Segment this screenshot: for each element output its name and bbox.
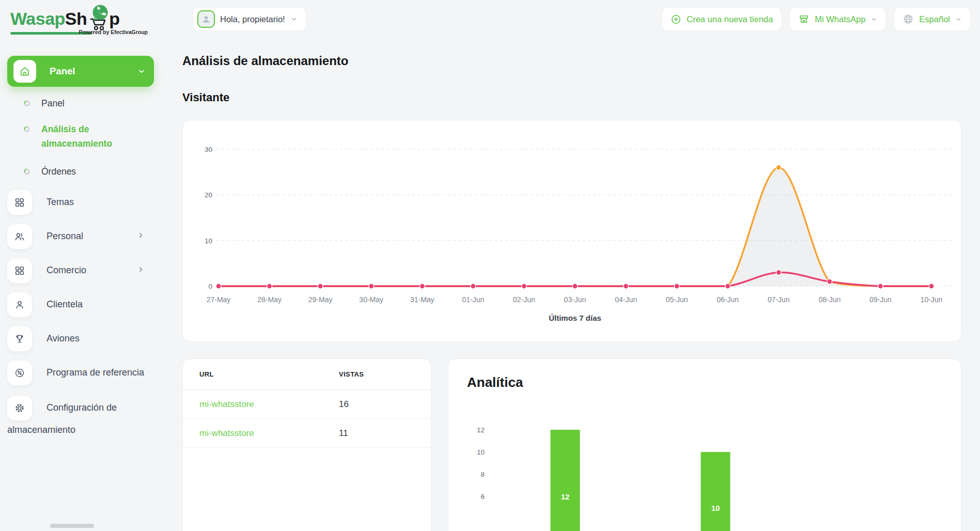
sidebar-item-label: Órdenes xyxy=(41,164,76,179)
data-point xyxy=(572,284,578,289)
data-point xyxy=(878,284,883,289)
gear-icon xyxy=(7,396,32,420)
data-point xyxy=(216,284,221,289)
bar xyxy=(551,430,580,531)
sidebar-item-aviones[interactable]: Aviones xyxy=(7,326,154,351)
x-tick-label: 03-Jun xyxy=(564,295,586,304)
sidebar-item-label: Panel xyxy=(50,66,137,77)
sidebar-item-clientela[interactable]: Clientela xyxy=(7,292,154,317)
analytics-chart-title: Analítica xyxy=(467,374,523,391)
sidebar-item-comercio[interactable]: Comercio xyxy=(7,258,154,283)
sidebar-item-label: Temas xyxy=(46,197,74,207)
analytics-bar-chart: 1210861210 xyxy=(459,409,952,531)
data-point xyxy=(624,284,629,289)
table-header-row: URL VISTAS xyxy=(183,359,431,390)
sidebar-item-analisis-almacenamiento[interactable]: Análisis de almacenamiento xyxy=(7,122,154,151)
data-point xyxy=(776,270,781,275)
grid-icon xyxy=(7,190,32,215)
visitor-line-chart: 010203027-May28-May29-May30-May31-May01-… xyxy=(183,120,962,342)
column-header-views: VISTAS xyxy=(339,370,431,378)
sidebar-item-label: Comercio xyxy=(46,265,86,275)
chevron-right-icon xyxy=(137,231,145,239)
views-value: 11 xyxy=(339,428,431,439)
scrollbar-thumb[interactable] xyxy=(50,524,94,528)
x-tick-label: 04-Jun xyxy=(615,295,637,304)
user-icon xyxy=(7,292,32,317)
chevron-right-icon xyxy=(137,266,145,273)
circle-bullet-icon xyxy=(24,126,30,132)
data-point xyxy=(318,284,323,289)
sidebar-item-personal[interactable]: Personal xyxy=(7,224,154,249)
x-tick-label: 10-Jun xyxy=(921,295,943,304)
sidebar-item-label: Programa de referencia xyxy=(46,367,144,378)
y-tick-label: 12 xyxy=(477,426,485,434)
x-tick-label: 09-Jun xyxy=(869,295,892,304)
data-point xyxy=(267,284,272,289)
sidebar: Panel Panel Análisis de almacenamiento Ó… xyxy=(0,50,161,439)
x-tick-label: 07-Jun xyxy=(768,295,790,304)
data-point xyxy=(369,284,374,289)
users-icon xyxy=(7,224,32,249)
x-tick-label: 29-May xyxy=(308,295,333,304)
x-tick-label: 08-Jun xyxy=(818,295,841,304)
y-tick-label: 0 xyxy=(208,283,212,290)
bar-value-label: 10 xyxy=(711,504,720,512)
top-url-table-card: URL VISTAS mi-whatsstore 16 mi-whatsstor… xyxy=(182,358,431,531)
series-line xyxy=(219,167,931,286)
grid-icon xyxy=(7,258,32,283)
trophy-icon xyxy=(7,326,32,351)
sidebar-item-ordenes[interactable]: Órdenes xyxy=(7,164,154,179)
table-row[interactable]: mi-whatsstore 11 xyxy=(183,419,431,448)
sidebar-item-label: Personal xyxy=(46,231,83,241)
sidebar-item-programa-referencia[interactable]: Programa de referencia xyxy=(7,361,154,385)
column-header-url: URL xyxy=(183,370,339,378)
data-point xyxy=(929,284,934,289)
page-title: Análisis de almacenamiento xyxy=(182,54,348,68)
y-tick-label: 8 xyxy=(480,471,485,478)
sidebar-item-panel-parent[interactable]: Panel xyxy=(7,56,154,87)
y-tick-label: 10 xyxy=(477,448,485,456)
x-tick-label: 31-May xyxy=(410,295,434,304)
table-row[interactable]: mi-whatsstore 16 xyxy=(183,390,431,419)
data-point xyxy=(725,284,730,289)
series-area xyxy=(219,167,931,286)
x-tick-label: 01-Jun xyxy=(462,295,484,304)
logo-text-secondary: Sh xyxy=(65,9,87,29)
sidebar-item-label: Panel xyxy=(41,96,65,111)
logo-text-primary: Wasap xyxy=(10,9,65,29)
visitor-chart-card: 010203027-May28-May29-May30-May31-May01-… xyxy=(182,120,961,342)
data-point xyxy=(419,284,425,289)
x-tick-label: 05-Jun xyxy=(666,295,688,304)
logo-tagline: Powered by EfectivaGroup xyxy=(79,29,148,35)
sidebar-item-label: Aviones xyxy=(46,333,80,343)
data-point xyxy=(471,284,476,289)
data-point xyxy=(776,165,781,170)
discount-badge-icon xyxy=(7,361,32,385)
sidebar-item-label: Clientela xyxy=(46,299,83,309)
sidebar-item-panel-sub[interactable]: Panel xyxy=(7,96,154,111)
y-tick-label: 10 xyxy=(205,237,212,245)
bar-value-label: 12 xyxy=(561,492,570,501)
home-icon xyxy=(13,60,36,83)
x-tick-label: 28-May xyxy=(257,295,282,304)
url-link[interactable]: mi-whatsstore xyxy=(183,399,339,410)
x-tick-label: 27-May xyxy=(207,295,231,304)
data-point xyxy=(827,279,832,284)
sidebar-item-label: Análisis de almacenamiento xyxy=(41,122,127,151)
url-link[interactable]: mi-whatsstore xyxy=(183,428,339,439)
app-logo[interactable]: WasapSh p Powered by EfectivaGroup xyxy=(10,4,150,35)
sidebar-item-temas[interactable]: Temas xyxy=(7,190,154,215)
circle-bullet-icon xyxy=(24,168,30,175)
y-tick-label: 30 xyxy=(205,146,212,153)
views-value: 16 xyxy=(339,399,431,410)
x-tick-label: 02-Jun xyxy=(513,295,535,304)
circle-bullet-icon xyxy=(24,100,30,106)
x-tick-label: 30-May xyxy=(359,295,383,304)
y-tick-label: 20 xyxy=(205,191,212,199)
x-tick-label: 06-Jun xyxy=(717,295,739,304)
sidebar-item-configuracion-almacenamiento[interactable]: Configuración de almacenamiento xyxy=(7,396,154,439)
platform-analytics-card: Analítica 1210861210 xyxy=(448,358,961,531)
visitor-section-title: Visitante xyxy=(182,91,229,104)
data-point xyxy=(521,284,526,289)
y-tick-label: 6 xyxy=(480,493,485,501)
